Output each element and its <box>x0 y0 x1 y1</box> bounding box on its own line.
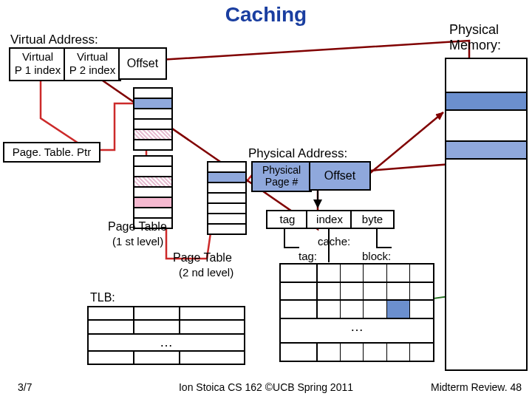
tlb-ellipsis: … <box>89 333 244 350</box>
page-table-2-label: Page Table <box>173 251 232 265</box>
physical-memory-label: Physical Memory: <box>449 22 501 53</box>
cache-index-text: index <box>316 213 343 225</box>
cache-table-outer: … <box>279 263 434 362</box>
cache-ellipsis: … <box>281 318 433 343</box>
va-p1-text: Virtual P 1 index <box>15 50 61 76</box>
physical-memory <box>445 58 528 371</box>
footer-right: Midterm Review. 48 <box>431 381 522 393</box>
page-table-ptr-box: Page. Table. Ptr <box>3 142 100 163</box>
page-table-2-sub: (2 nd level) <box>179 266 233 279</box>
page-table-1-label: Page Table <box>108 220 167 233</box>
page-table-1-lower <box>133 155 173 229</box>
va-offset-text: Offset <box>127 57 158 69</box>
cache-block-label: block: <box>362 250 391 262</box>
pa-page-text: Physical Page # <box>262 164 301 188</box>
page-table-ptr-text: Page. Table. Ptr <box>13 146 91 158</box>
cache-tag-label: tag: <box>299 250 317 262</box>
page-table-1-sub: (1 st level) <box>112 235 163 248</box>
svg-marker-5 <box>313 200 322 208</box>
pa-offset-text: Offset <box>324 169 355 182</box>
tlb-table: … <box>87 306 245 365</box>
pa-page-box: Physical Page # <box>251 161 312 192</box>
physical-address-heading: Physical Address: <box>248 146 347 161</box>
tlb-label: TLB: <box>90 291 115 304</box>
cache-index-box: index <box>306 210 353 229</box>
cache-byte-text: byte <box>362 213 383 225</box>
page-table-1 <box>133 87 173 151</box>
pa-offset-box: Offset <box>309 161 371 191</box>
va-p2-text: Virtual P 2 index <box>69 50 115 76</box>
cache-byte-box: byte <box>350 210 395 229</box>
virtual-address-heading: Virtual Address: <box>10 33 98 47</box>
cache-tag-box: tag <box>266 210 309 229</box>
va-offset-box: Offset <box>118 47 167 80</box>
cache-cache-label: cache: <box>318 235 350 248</box>
page-table-2 <box>207 161 247 235</box>
cache-tag-text: tag <box>280 213 296 225</box>
va-p1-box: Virtual P 1 index <box>9 47 66 81</box>
va-p2-box: Virtual P 2 index <box>64 47 121 81</box>
